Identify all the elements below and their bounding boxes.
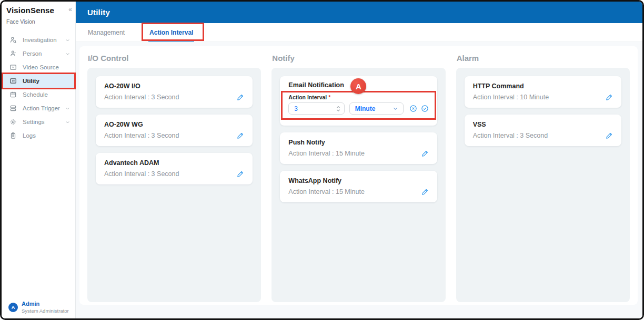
- chevron-down-icon: [65, 51, 70, 56]
- card-title: Push Notify: [288, 139, 428, 146]
- card-ao-20w-io: AO-20W I/O Action Interval : 3 Second: [96, 76, 253, 108]
- sidebar-menu: Investigation Person Video Source: [2, 33, 75, 142]
- cancel-icon[interactable]: [409, 105, 417, 112]
- edit-icon[interactable]: [237, 94, 244, 101]
- edit-icon[interactable]: [237, 132, 244, 139]
- person-icon: [9, 50, 17, 57]
- user-name: Admin: [22, 301, 69, 307]
- select-value: Minute: [355, 105, 376, 112]
- chevron-down-icon: [393, 106, 398, 111]
- column-notify: Notify Email Notification A Action Inter…: [271, 53, 445, 302]
- app-title: VisionSense: [6, 6, 54, 15]
- tab-action-interval[interactable]: Action Interval: [149, 23, 193, 42]
- main-area: Utility Management Action Interval I/O C…: [76, 2, 642, 318]
- card-title: Advantech ADAM: [104, 159, 244, 167]
- sidebar-item-label: Video Source: [23, 64, 59, 70]
- card-subtitle: Action Interval : 3 Second: [104, 170, 179, 178]
- alarm-panel: HTTP Command Action Interval : 10 Minute…: [456, 68, 630, 302]
- sidebar-item-label: Investigation: [23, 37, 57, 43]
- card-http-command: HTTP Command Action Interval : 10 Minute: [465, 76, 621, 108]
- content-sheet: I/O Control AO-20W I/O Action Interval :…: [79, 46, 638, 305]
- sidebar-item-settings[interactable]: Settings: [2, 115, 75, 129]
- sidebar-item-label: Person: [23, 50, 42, 57]
- calendar-icon: [9, 91, 17, 98]
- active-tab-indicator: [148, 40, 194, 42]
- sidebar-item-logs[interactable]: Logs: [2, 129, 75, 142]
- sidebar-item-person[interactable]: Person: [2, 47, 75, 60]
- card-subtitle: Action Interval : 3 Second: [473, 132, 548, 139]
- card-title: HTTP Command: [473, 82, 613, 90]
- column-heading: I/O Control: [88, 54, 261, 63]
- card-subtitle: Action Interval : 10 Minute: [473, 94, 549, 101]
- column-heading: Alarm: [457, 54, 630, 63]
- sidebar-item-label: Action Trigger: [23, 105, 60, 111]
- gear-icon: [9, 118, 17, 126]
- card-whatsapp-notify: WhatsApp Notify Action Interval : 15 Min…: [280, 171, 437, 202]
- user-profile[interactable]: A Admin System Administrator: [8, 301, 69, 314]
- card-subtitle: Action Interval : 3 Second: [104, 94, 179, 101]
- required-asterisk: *: [328, 94, 330, 100]
- page-title: Utility: [87, 8, 110, 17]
- user-search-icon: [9, 36, 17, 44]
- io-control-panel: AO-20W I/O Action Interval : 3 Second AO…: [87, 68, 261, 302]
- edit-icon[interactable]: [606, 94, 613, 101]
- sidebar-item-utility[interactable]: Utility: [2, 74, 75, 88]
- avatar: A: [8, 303, 18, 312]
- tab-divider: [206, 28, 206, 37]
- sidebar-item-label: Schedule: [23, 91, 48, 98]
- column-io-control: I/O Control AO-20W I/O Action Interval :…: [87, 53, 261, 302]
- chevron-down-icon: [65, 38, 70, 43]
- sidebar-collapse-icon[interactable]: «: [68, 6, 72, 13]
- layers-icon: [9, 105, 17, 112]
- card-advantech-adam: Advantech ADAM Action Interval : 3 Secon…: [96, 153, 253, 184]
- card-title: WhatsApp Notify: [288, 177, 428, 184]
- column-heading: Notify: [272, 54, 445, 63]
- action-interval-value-input[interactable]: 3: [288, 102, 344, 115]
- card-title: AO-20W I/O: [104, 82, 244, 90]
- input-value: 3: [294, 105, 298, 112]
- sidebar-item-investigation[interactable]: Investigation: [2, 33, 75, 47]
- action-interval-label: Action Interval*: [288, 94, 428, 100]
- sidebar-item-schedule[interactable]: Schedule: [2, 88, 75, 101]
- tab-management[interactable]: Management: [88, 23, 125, 42]
- page-header: Utility: [76, 2, 642, 23]
- annotation-rect-form: Action Interval* 3: [281, 91, 436, 120]
- sidebar-item-label: Logs: [23, 132, 36, 139]
- interval-unit-select[interactable]: Minute: [349, 102, 404, 115]
- stepper-arrows-icon[interactable]: [336, 106, 340, 112]
- sidebar-item-action-trigger[interactable]: Action Trigger: [2, 101, 75, 115]
- email-notification-card: Email Notification A Action Interval* 3: [280, 76, 437, 126]
- play-box-icon: [9, 77, 17, 85]
- sidebar-item-label: Settings: [23, 119, 45, 125]
- edit-icon[interactable]: [421, 150, 429, 157]
- tab-label: Action Interval: [149, 29, 193, 36]
- card-subtitle: Action Interval : 3 Second: [104, 132, 179, 139]
- card-ao-20w-wg: AO-20W WG Action Interval : 3 Second: [96, 115, 253, 146]
- app-window: VisionSense « Face Vision Investigation …: [0, 0, 644, 320]
- app-subtitle: Face Vision: [2, 15, 75, 25]
- content-area: I/O Control AO-20W I/O Action Interval :…: [76, 42, 642, 318]
- chevron-down-icon: [65, 120, 70, 125]
- notify-panel: Email Notification A Action Interval* 3: [271, 68, 445, 302]
- card-vss: VSS Action Interval : 3 Second: [465, 115, 621, 146]
- sidebar-item-label: Utility: [23, 78, 39, 84]
- card-title: AO-20W WG: [104, 121, 244, 128]
- video-icon: [9, 64, 17, 71]
- sidebar-item-video-source[interactable]: Video Source: [2, 60, 75, 74]
- user-role: System Administrator: [22, 308, 69, 314]
- card-subtitle: Action Interval : 15 Minute: [288, 150, 365, 157]
- sidebar: VisionSense « Face Vision Investigation …: [2, 2, 76, 318]
- edit-icon[interactable]: [421, 188, 429, 195]
- card-title: VSS: [473, 121, 613, 128]
- column-alarm: Alarm HTTP Command Action Interval : 10 …: [456, 53, 630, 302]
- clipboard-icon: [9, 132, 17, 139]
- card-push-notify: Push Notify Action Interval : 15 Minute: [280, 132, 437, 164]
- card-subtitle: Action Interval : 15 Minute: [288, 188, 365, 195]
- edit-icon[interactable]: [237, 170, 244, 178]
- confirm-icon[interactable]: [421, 105, 429, 112]
- chevron-down-icon: [65, 106, 70, 111]
- tab-bar: Management Action Interval: [76, 23, 642, 42]
- edit-icon[interactable]: [606, 132, 613, 139]
